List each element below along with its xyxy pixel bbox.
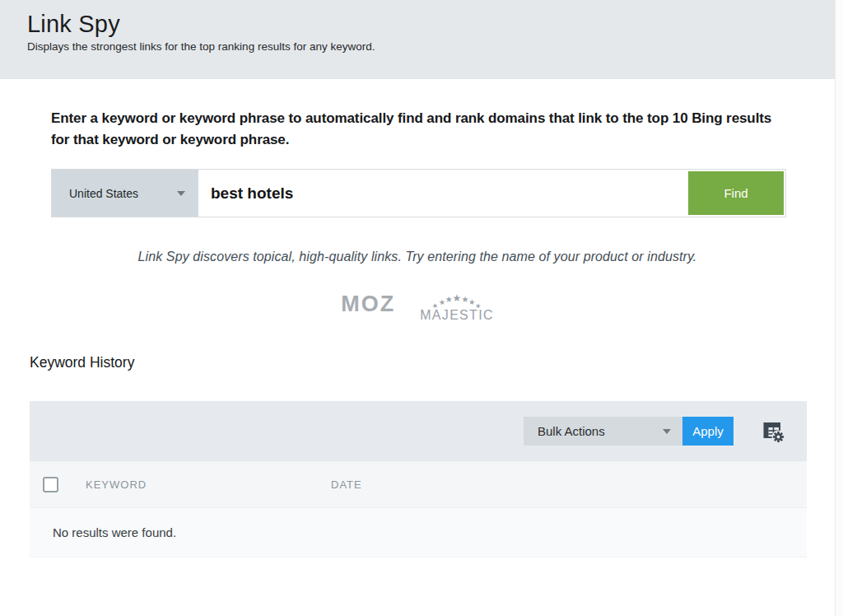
bulk-actions-select[interactable]: Bulk Actions (524, 417, 682, 446)
majestic-logo: ★★★★★★★ MAJESTIC (420, 299, 494, 323)
page-title: Link Spy (27, 11, 843, 38)
table-toolbar: Bulk Actions Apply (30, 401, 807, 461)
table-footer-row (30, 557, 807, 605)
page-subtitle: Displays the strongest links for the top… (27, 40, 843, 53)
empty-results-row: No results were found. (30, 507, 807, 557)
page-header: Link Spy Displays the strongest links fo… (0, 0, 843, 79)
country-select[interactable]: United States (52, 170, 198, 217)
scrollbar-track[interactable] (835, 0, 843, 616)
search-hint: Link Spy discovers topical, high-quality… (0, 250, 835, 264)
moz-logo: MOZ (341, 293, 395, 323)
link-spy-page: Link Spy Displays the strongest links fo… (0, 0, 843, 616)
data-provider-logos: MOZ ★★★★★★★ MAJESTIC (0, 283, 835, 323)
bulk-actions-value: Bulk Actions (538, 424, 605, 438)
keyword-search-bar: United States Find (51, 169, 786, 217)
select-all-checkbox[interactable] (43, 477, 58, 492)
apply-button[interactable]: Apply (682, 417, 734, 446)
column-header-date: DATE (331, 478, 362, 491)
keyword-history-table: Bulk Actions Apply (30, 401, 807, 605)
table-header-row: KEYWORD DATE (30, 461, 807, 507)
country-select-value: United States (69, 187, 138, 200)
keyword-history-heading: Keyword History (30, 354, 134, 371)
chevron-down-icon (663, 429, 671, 434)
majestic-logo-text: MAJESTIC (420, 308, 494, 323)
find-button[interactable]: Find (688, 171, 784, 215)
table-settings-button[interactable] (760, 418, 786, 445)
search-instructions: Enter a keyword or keyword phrase to aut… (51, 108, 780, 151)
chevron-down-icon (177, 191, 185, 196)
keyword-input[interactable] (198, 170, 687, 217)
table-settings-icon (761, 419, 785, 444)
column-header-keyword: KEYWORD (86, 478, 331, 491)
